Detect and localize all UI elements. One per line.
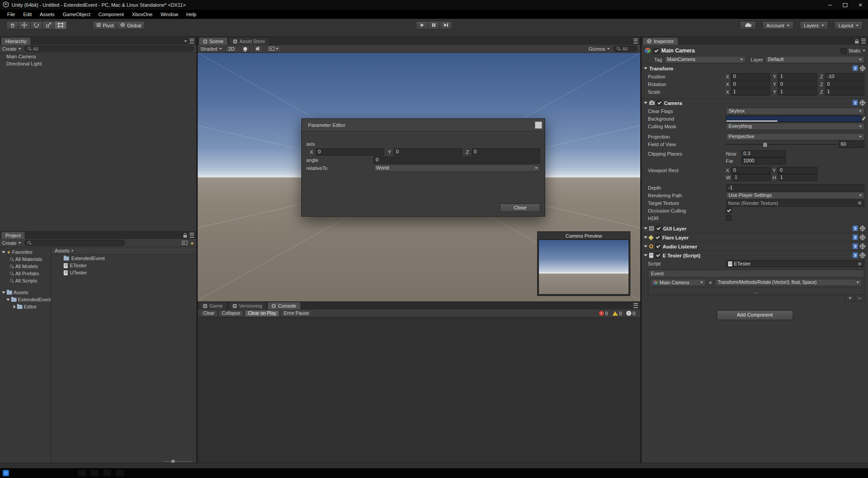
menu-component[interactable]: Component — [95, 10, 127, 19]
foldout-icon[interactable] — [2, 291, 5, 294]
help-icon[interactable] — [853, 252, 858, 258]
cloud-services-button[interactable] — [740, 21, 756, 30]
flare-layer-enabled-checkbox[interactable] — [655, 235, 660, 240]
console-log-area[interactable] — [198, 317, 640, 463]
rect-tool-button[interactable] — [55, 21, 67, 30]
lock-icon[interactable] — [855, 41, 859, 43]
info-counter[interactable]: 0 — [626, 311, 635, 316]
audio-listener-enabled-checkbox[interactable] — [655, 243, 661, 249]
tree-favorites[interactable]: Favorites — [0, 248, 51, 256]
tree-extendedevent-folder[interactable]: ExtendedEvent — [0, 296, 51, 303]
tab-asset-store[interactable]: Asset Store — [229, 37, 269, 45]
layer-dropdown[interactable]: Default — [765, 56, 864, 63]
static-checkbox[interactable] — [841, 48, 846, 54]
axis-y-field[interactable]: 0 — [394, 148, 462, 156]
scale-y-field[interactable]: 1 — [778, 88, 817, 96]
gear-icon[interactable] — [860, 235, 865, 240]
object-picker-icon[interactable] — [708, 280, 713, 285]
slider-thumb[interactable] — [763, 142, 768, 148]
gear-icon[interactable] — [860, 100, 865, 105]
tab-project[interactable]: Project — [1, 231, 25, 239]
clear-button[interactable]: Clear — [200, 310, 217, 317]
error-pause-toggle[interactable]: Error Pause — [281, 310, 312, 317]
gear-icon[interactable] — [860, 253, 865, 258]
audio-listener-header[interactable]: Audio Listener — [642, 242, 868, 251]
project-search-input[interactable] — [24, 240, 125, 246]
tag-dropdown[interactable]: MainCamera — [664, 56, 746, 63]
lock-icon[interactable] — [183, 235, 187, 238]
panel-menu-icon[interactable] — [190, 233, 194, 238]
foldout-icon[interactable] — [644, 254, 647, 256]
foldout-icon[interactable] — [644, 245, 647, 248]
camera-header[interactable]: Camera — [642, 98, 868, 107]
gizmos-dropdown[interactable]: Gizmos — [589, 46, 610, 52]
effects-dropdown-button[interactable] — [266, 45, 281, 52]
hdr-checkbox[interactable] — [726, 215, 732, 221]
scale-tool-button[interactable] — [43, 21, 55, 30]
chevron-down-icon[interactable] — [863, 50, 865, 52]
camera-enabled-checkbox[interactable] — [656, 100, 662, 106]
file-extendedevent[interactable]: ExtendedEvent — [51, 255, 196, 262]
hierarchy-item-directional-light[interactable]: Directional Light — [0, 60, 196, 67]
panel-menu-icon[interactable] — [634, 303, 638, 308]
help-icon[interactable] — [853, 65, 858, 71]
maximize-button[interactable] — [838, 0, 853, 10]
tab-game[interactable]: Game — [199, 302, 227, 309]
tab-hierarchy[interactable]: Hierarchy — [1, 37, 31, 45]
active-checkbox[interactable] — [653, 48, 659, 54]
menu-window[interactable]: Window — [157, 10, 182, 19]
panel-menu-icon[interactable] — [634, 39, 638, 43]
menu-help[interactable]: Help — [182, 10, 200, 19]
clear-on-play-toggle[interactable]: Clear on Play — [245, 310, 279, 317]
help-icon[interactable] — [853, 235, 858, 240]
viewport-y-field[interactable]: 0 — [777, 167, 817, 174]
pivot-toggle-button[interactable]: Pivot — [93, 21, 117, 30]
tree-all-prefabs[interactable]: All Prefabs — [0, 270, 51, 277]
hierarchy-search-input[interactable]: All — [24, 46, 194, 52]
remove-event-button[interactable]: − — [855, 295, 864, 301]
taskbar-pinned-icon[interactable] — [116, 470, 124, 476]
tree-all-materials[interactable]: All Materials — [0, 256, 51, 263]
foldout-icon[interactable] — [644, 227, 647, 230]
audio-toggle-button[interactable] — [253, 45, 263, 52]
dialog-close-box[interactable] — [535, 122, 542, 129]
hierarchy-item-main-camera[interactable]: Main Camera — [0, 53, 196, 60]
step-button[interactable] — [440, 21, 452, 30]
angle-field[interactable]: 0 — [373, 156, 540, 164]
clear-flags-dropdown[interactable]: Skybox — [726, 108, 864, 115]
file-utester[interactable]: UTester — [51, 269, 196, 276]
occlusion-culling-checkbox[interactable] — [726, 208, 732, 213]
viewport-w-field[interactable]: 1 — [732, 174, 771, 181]
menu-xboxone[interactable]: XboxOne — [128, 10, 156, 19]
rendering-path-dropdown[interactable]: Use Player Settings — [726, 192, 864, 199]
foldout-icon[interactable] — [644, 102, 647, 104]
help-icon[interactable] — [853, 100, 858, 105]
rotation-z-field[interactable]: 0 — [825, 81, 864, 88]
breadcrumb-label[interactable]: Assets — [55, 248, 69, 253]
scale-z-field[interactable]: 1 — [825, 88, 864, 96]
menu-assets[interactable]: Assets — [36, 10, 58, 19]
taskbar-pinned-icon[interactable] — [78, 470, 86, 476]
hierarchy-create-dropdown[interactable]: Create — [2, 46, 21, 52]
panel-menu-icon[interactable] — [190, 39, 194, 43]
search-by-type-icon[interactable] — [182, 241, 187, 245]
favorites-star-icon[interactable] — [190, 240, 194, 246]
2d-toggle-button[interactable]: 2D — [226, 45, 237, 52]
shading-mode-dropdown[interactable]: Shaded — [200, 46, 222, 52]
menu-file[interactable]: File — [4, 10, 19, 19]
flare-layer-header[interactable]: Flare Layer — [642, 233, 868, 242]
gear-icon[interactable] — [860, 226, 865, 231]
position-x-field[interactable]: 0 — [731, 73, 770, 80]
foldout-icon[interactable] — [2, 251, 5, 253]
menu-gameobject[interactable]: GameObject — [59, 10, 94, 19]
object-picker-icon[interactable] — [857, 200, 862, 205]
foldout-icon[interactable] — [644, 67, 647, 70]
project-create-dropdown[interactable]: Create — [2, 240, 21, 246]
etester-enabled-checkbox[interactable] — [655, 252, 661, 258]
pause-button[interactable] — [428, 21, 440, 30]
account-dropdown[interactable]: Account — [762, 21, 794, 30]
scale-x-field[interactable]: 1 — [731, 88, 770, 96]
gear-icon[interactable] — [860, 244, 865, 249]
error-counter[interactable]: 0 — [599, 311, 608, 316]
tree-editor-folder[interactable]: Editor — [0, 303, 51, 310]
